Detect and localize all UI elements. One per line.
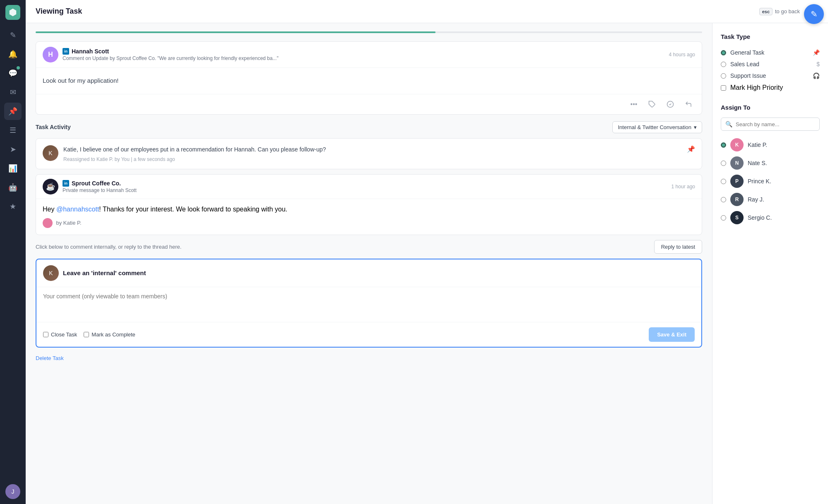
- tasks-icon: 📌: [8, 107, 17, 116]
- task-type-general[interactable]: General Task 📌: [721, 47, 820, 58]
- task-activity-title: Task Activity: [36, 124, 71, 130]
- private-msg-meta: in Sprout Coffee Co. Private message to …: [63, 180, 667, 193]
- sidebar-item-bot[interactable]: 🤖: [4, 179, 22, 196]
- messages-badge: [17, 66, 20, 70]
- close-task-checkbox-label[interactable]: Close Task: [43, 331, 77, 338]
- assignee-nate-radio[interactable]: [721, 161, 726, 166]
- reply-hint: Click below to comment internally, or re…: [36, 244, 181, 250]
- sidebar-item-notifications[interactable]: 🔔: [4, 46, 22, 63]
- page-title: Viewing Task: [36, 7, 754, 16]
- comment-title: Leave an 'internal' comment: [63, 269, 146, 276]
- sidebar-item-analytics[interactable]: 📊: [4, 160, 22, 177]
- assignee-prince[interactable]: P Prince K.: [721, 172, 820, 190]
- send-icon: ➤: [10, 145, 16, 154]
- support-issue-label: Support Issue: [730, 72, 809, 79]
- tag-icon[interactable]: [645, 98, 659, 111]
- save-exit-button[interactable]: Save & Exit: [649, 327, 695, 342]
- nate-name: Nate S.: [748, 160, 767, 166]
- pin-icon: 📌: [687, 145, 695, 162]
- dropdown-label: Internal & Twitter Conversation: [618, 124, 691, 130]
- private-msg-header: ☕ in Sprout Coffee Co. Private message t…: [36, 175, 702, 199]
- close-task-checkbox[interactable]: [43, 332, 48, 337]
- sidebar-item-send[interactable]: ➤: [4, 141, 22, 158]
- esc-badge: esc: [759, 8, 773, 15]
- sidebar-item-inbox[interactable]: ✉: [4, 84, 22, 101]
- high-priority-checkbox[interactable]: [721, 85, 726, 91]
- bell-icon: 🔔: [8, 50, 17, 59]
- avatar-initials: J: [12, 488, 14, 495]
- task-type-general-radio[interactable]: [721, 50, 726, 55]
- main-content: Viewing Task esc to go back ✕ H in Han: [26, 0, 828, 504]
- sidebar-item-messages[interactable]: 💬: [4, 65, 22, 82]
- sidebar-item-star[interactable]: ★: [4, 198, 22, 215]
- message-actions: •••: [36, 94, 702, 114]
- high-priority-option[interactable]: Mark High Priority: [721, 82, 820, 94]
- task-content: H in Hannah Scott Comment on Update by S…: [26, 23, 712, 504]
- message-icon: 💬: [8, 69, 17, 78]
- assignee-sergio-radio[interactable]: [721, 215, 726, 221]
- assignee-search-input[interactable]: [736, 121, 815, 127]
- reply-section: Click below to comment internally, or re…: [36, 240, 702, 254]
- private-msg-time: 1 hour ago: [672, 184, 695, 190]
- resolve-icon[interactable]: [664, 98, 677, 111]
- assignee-sergio[interactable]: S Sergio C.: [721, 209, 820, 227]
- fab-compose-button[interactable]: ✎: [804, 4, 824, 24]
- assignee-prince-radio[interactable]: [721, 179, 726, 184]
- right-panel: Task Type General Task 📌 Sales Lead $ Su…: [712, 23, 828, 504]
- activity-content: Katie, I believe one of our employees pu…: [63, 145, 682, 162]
- ray-avatar: R: [730, 193, 744, 206]
- by-avatar: [43, 218, 53, 228]
- mention-link[interactable]: @hannahscott: [56, 206, 99, 213]
- sidebar-item-compose[interactable]: ✎: [4, 26, 22, 44]
- company-name: in Sprout Coffee Co.: [63, 180, 667, 187]
- sidebar-item-list[interactable]: ☰: [4, 122, 22, 139]
- prince-avatar: P: [730, 175, 744, 188]
- user-avatar[interactable]: J: [5, 484, 20, 499]
- task-type-title: Task Type: [721, 33, 820, 40]
- bot-icon: 🤖: [8, 183, 17, 192]
- private-msg-text: Hey @hannahscott! Thanks for your intere…: [43, 206, 695, 213]
- task-type-support-radio[interactable]: [721, 73, 726, 79]
- task-message-card: H in Hannah Scott Comment on Update by S…: [36, 41, 702, 115]
- sidebar: ✎ 🔔 💬 ✉ 📌 ☰ ➤ 📊 🤖 ★ J: [0, 0, 26, 504]
- task-type-support[interactable]: Support Issue 🎧: [721, 70, 820, 82]
- assignee-ray-radio[interactable]: [721, 197, 726, 202]
- katie-avatar: K: [730, 138, 744, 151]
- pinned-activity-card: K Katie, I believe one of our employees …: [36, 138, 702, 169]
- message-header: H in Hannah Scott Comment on Update by S…: [36, 42, 702, 68]
- assignee-search-box: 🔍: [721, 118, 820, 131]
- reply-icon[interactable]: [682, 98, 695, 111]
- comment-textarea[interactable]: [36, 287, 701, 320]
- conversation-filter-dropdown[interactable]: Internal & Twitter Conversation ▾: [612, 121, 702, 133]
- header: Viewing Task esc to go back ✕: [26, 0, 828, 23]
- close-task-label: Close Task: [51, 331, 77, 338]
- activity-inner: K Katie, I believe one of our employees …: [36, 139, 702, 169]
- task-type-sales[interactable]: Sales Lead $: [721, 58, 820, 70]
- task-type-sales-radio[interactable]: [721, 62, 726, 67]
- sidebar-item-tasks[interactable]: 📌: [4, 103, 22, 120]
- linkedin-badge: in: [63, 48, 69, 55]
- message-meta: in Hannah Scott Comment on Update by Spr…: [63, 48, 665, 61]
- by-text: by Katie P.: [43, 218, 695, 228]
- mark-complete-checkbox-label[interactable]: Mark as Complete: [84, 331, 135, 338]
- inbox-icon: ✉: [10, 88, 16, 97]
- back-label: to go back: [775, 8, 800, 14]
- chevron-down-icon: ▾: [694, 124, 697, 130]
- assignee-ray[interactable]: R Ray J.: [721, 190, 820, 209]
- mark-complete-label: Mark as Complete: [91, 331, 135, 338]
- company-logo: ☕: [43, 179, 58, 194]
- reply-latest-button[interactable]: Reply to latest: [654, 240, 702, 254]
- more-actions-icon[interactable]: •••: [627, 98, 640, 111]
- activity-avatar: K: [43, 145, 58, 161]
- comment-avatar: K: [43, 265, 59, 281]
- assignee-nate[interactable]: N Nate S.: [721, 154, 820, 172]
- task-type-options: General Task 📌 Sales Lead $ Support Issu…: [721, 47, 820, 94]
- delete-task-link[interactable]: Delete Task: [36, 355, 64, 361]
- message-body: Look out for my application!: [36, 68, 702, 94]
- assignee-katie-radio[interactable]: [721, 142, 726, 148]
- sales-lead-label: Sales Lead: [730, 61, 812, 67]
- mark-complete-checkbox[interactable]: [84, 332, 89, 337]
- compose-icon: ✎: [10, 31, 16, 40]
- assignee-list: K Katie P. N Nate S. P Prince K. R Ray J…: [721, 136, 820, 227]
- assignee-katie[interactable]: K Katie P.: [721, 136, 820, 154]
